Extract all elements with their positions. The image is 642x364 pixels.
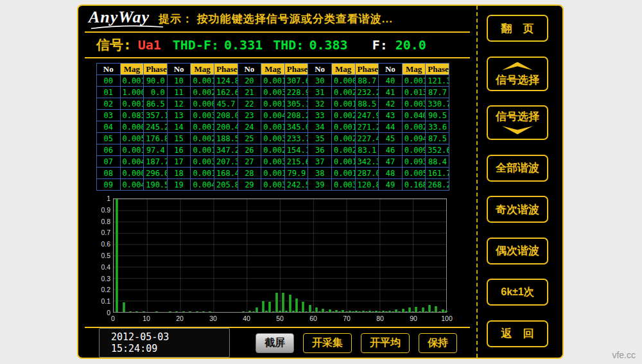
col-header-phase: Phase [355,64,379,75]
cell-mag: 0.094 [402,133,426,144]
chart-bar [349,311,351,312]
chart-bar [431,311,434,312]
cell-no: 42 [379,98,403,110]
cell-phase: 124.8 [214,75,238,87]
frequency-value: 20.0 [395,37,426,53]
signal-info-bar: 信号: Ua1 THD-F: 0.331 THD: 0.383 F: 20.0 [85,33,470,58]
table-header-row: NoMagPhaseNoMagPhaseNoMagPhaseNoMagPhase… [97,64,449,75]
cell-phase: 268.2 [426,179,449,191]
cell-mag: 0.004 [120,179,144,191]
six-k-plus-minus-one-button[interactable]: 6k±1次 [487,279,548,306]
x-tick-label: 90 [410,315,417,322]
chart-bar [445,311,447,312]
all-harmonics-button[interactable]: 全部谐波 [487,155,548,182]
cell-phase: 162.6 [214,87,238,98]
cell-phase: 45.7 [214,98,238,110]
cell-phase: 88.5 [355,98,379,110]
table-row: 011.0000.0110.002162.6210.003228.9310.00… [97,87,449,98]
y-tick-label: 0.9 [94,207,110,213]
screenshot-button[interactable]: 截屏 [256,333,294,353]
table-row: 000.00190.0100.001124.8200.001307.6300.0… [97,75,449,87]
chart-y-axis: 10.90.80.70.60.50.40.30.20.10 [94,195,110,316]
cell-mag: 0.003 [261,87,285,98]
thd-value: 0.383 [309,37,347,53]
cell-mag: 0.004 [120,156,144,168]
chart-bar [272,311,275,312]
hold-button[interactable]: 保持 [419,333,457,353]
chart-bar [365,311,368,312]
odd-harmonics-button[interactable]: 奇次谐波 [487,196,548,223]
cell-phase: 215.6 [284,156,308,168]
table-row: 050.005176.8150.002188.5250.003233.7350.… [97,133,449,144]
cell-no: 32 [308,98,332,110]
cell-mag: 0.002 [402,121,426,133]
cell-no: 17 [167,156,191,168]
x-tick-label: 0 [111,315,115,322]
cell-no: 48 [379,168,403,179]
cell-phase: 227.4 [355,133,379,144]
chart-bar [385,311,388,312]
cell-no: 31 [308,87,332,98]
cell-mag: 0.003 [261,156,285,168]
chart-bar [415,307,417,312]
chart-bar [189,311,191,312]
chevron-down-icon [502,126,533,134]
even-harmonics-button[interactable]: 偶次谐波 [487,238,548,264]
start-averaging-button[interactable]: 开平均 [361,333,410,353]
cell-phase: 154.1 [284,144,308,156]
cell-mag: 0.001 [331,121,355,133]
cell-mag: 0.009 [402,144,426,156]
col-header-mag: Mag [331,64,355,75]
cell-no: 13 [167,110,191,121]
signal-select-down-label: 信号选择 [496,109,539,124]
chart-bar [299,311,301,312]
timestamp: 2012-05-03 15:24:09 [99,328,230,358]
y-tick-label: 0.6 [94,241,110,247]
signal-select-down-button[interactable]: 信号选择 [487,105,548,140]
cell-mag: 0.004 [261,110,285,121]
cell-phase: 87.7 [426,87,449,98]
cell-no: 08 [97,168,121,179]
cell-phase: 245.2 [144,121,168,133]
cell-no: 41 [379,87,403,98]
cell-no: 28 [238,168,261,179]
cell-no: 00 [97,75,121,87]
chart-bar [302,302,304,312]
chart-bar [372,311,374,312]
cell-mag: 0.003 [261,133,285,144]
return-button[interactable]: 返 回 [487,320,548,347]
cell-no: 49 [379,179,403,191]
logo-swoosh-icon [90,24,164,30]
cell-phase: 287.0 [355,168,379,179]
table-row: 040.000245.2140.001200.4240.001345.0340.… [97,121,449,133]
signal-select-up-button[interactable]: 信号选择 [487,56,548,91]
col-header-no: No [167,64,191,75]
cell-no: 47 [379,156,403,168]
chart-bar [442,309,444,312]
frequency-label: F: [372,37,388,53]
chart-bar [143,311,145,312]
cell-no: 34 [308,121,332,133]
table-row: 020.00186.5120.00045.7220.001305.1320.00… [97,98,449,110]
cell-no: 04 [97,121,121,133]
chart-bar [282,293,284,312]
cell-no: 43 [379,110,403,121]
cell-mag: 0.003 [191,110,214,121]
page-flip-button[interactable]: 翻 页 [487,15,548,42]
chart-bar [275,293,278,312]
chart-bar [369,311,371,312]
x-tick-label: 10 [143,315,150,322]
cell-mag: 0.001 [191,144,214,156]
cell-phase: 352.6 [426,144,449,156]
cell-phase: 120.8 [355,179,379,191]
chart-bar [265,311,268,312]
cell-phase: 0.0 [144,87,168,98]
chart-bar [295,299,298,312]
x-tick-label: 50 [276,315,284,322]
x-tick-label: 80 [376,315,384,322]
col-header-no: No [97,64,121,75]
start-sampling-button[interactable]: 开采集 [303,333,352,353]
chart-bar [268,302,271,312]
cell-no: 21 [238,87,261,98]
cell-mag: 0.093 [402,156,426,168]
